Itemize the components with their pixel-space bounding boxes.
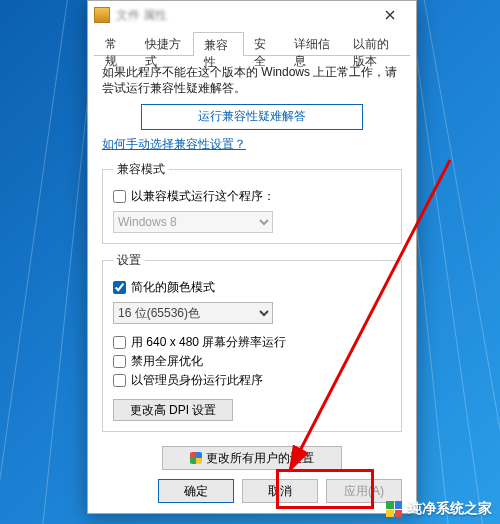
watermark-text: 纯净系统之家 bbox=[408, 500, 492, 518]
settings-group: 设置 简化的颜色模式 16 位(65536)色 用 640 x 480 屏幕分辨… bbox=[102, 252, 402, 432]
tab-security[interactable]: 安全 bbox=[243, 31, 284, 55]
res-640-checkbox-input[interactable] bbox=[113, 336, 126, 349]
ok-button[interactable]: 确定 bbox=[158, 479, 234, 503]
res-640-label: 用 640 x 480 屏幕分辨率运行 bbox=[131, 334, 286, 351]
settings-legend: 设置 bbox=[113, 252, 145, 269]
file-icon bbox=[94, 7, 110, 23]
disable-fullscreen-label: 禁用全屏优化 bbox=[131, 353, 203, 370]
change-dpi-button[interactable]: 更改高 DPI 设置 bbox=[113, 399, 233, 421]
reduced-color-label: 简化的颜色模式 bbox=[131, 279, 215, 296]
uac-shield-icon bbox=[190, 452, 202, 464]
compat-mode-select[interactable]: Windows 8 bbox=[113, 211, 273, 233]
dialog-button-row: 确定 取消 应用(A) bbox=[88, 479, 416, 503]
close-icon bbox=[385, 10, 395, 20]
compat-help-link[interactable]: 如何手动选择兼容性设置？ bbox=[102, 137, 246, 151]
disable-fullscreen-checkbox-input[interactable] bbox=[113, 355, 126, 368]
compat-mode-legend: 兼容模式 bbox=[113, 161, 169, 178]
tab-body: 如果此程序不能在这个版本的 Windows 上正常工作，请尝试运行兼容性疑难解答… bbox=[88, 56, 416, 470]
tab-previous[interactable]: 以前的版本 bbox=[342, 31, 412, 55]
tab-details[interactable]: 详细信息 bbox=[283, 31, 343, 55]
change-all-users-label: 更改所有用户的设置 bbox=[206, 451, 314, 465]
titlebar: 文件 属性 bbox=[88, 1, 416, 29]
watermark: 纯净系统之家 bbox=[386, 500, 492, 518]
run-admin-checkbox[interactable]: 以管理员身份运行此程序 bbox=[113, 372, 391, 389]
tab-general[interactable]: 常规 bbox=[94, 31, 135, 55]
run-troubleshooter-button[interactable]: 运行兼容性疑难解答 bbox=[141, 104, 363, 130]
watermark-logo-icon bbox=[386, 501, 402, 517]
reduced-color-checkbox-input[interactable] bbox=[113, 281, 126, 294]
change-all-users-button[interactable]: 更改所有用户的设置 bbox=[162, 446, 342, 470]
res-640-checkbox[interactable]: 用 640 x 480 屏幕分辨率运行 bbox=[113, 334, 391, 351]
window-title: 文件 属性 bbox=[116, 7, 167, 24]
compat-mode-checkbox[interactable]: 以兼容模式运行这个程序： bbox=[113, 188, 391, 205]
run-admin-checkbox-input[interactable] bbox=[113, 374, 126, 387]
compat-mode-checkbox-input[interactable] bbox=[113, 190, 126, 203]
color-mode-select[interactable]: 16 位(65536)色 bbox=[113, 302, 273, 324]
reduced-color-checkbox[interactable]: 简化的颜色模式 bbox=[113, 279, 391, 296]
tab-shortcut[interactable]: 快捷方式 bbox=[134, 31, 194, 55]
cancel-button[interactable]: 取消 bbox=[242, 479, 318, 503]
tab-compat[interactable]: 兼容性 bbox=[193, 32, 244, 56]
close-button[interactable] bbox=[370, 1, 410, 29]
properties-dialog: 文件 属性 常规 快捷方式 兼容性 安全 详细信息 以前的版本 如果此程序不能在… bbox=[87, 0, 417, 514]
tabstrip: 常规 快捷方式 兼容性 安全 详细信息 以前的版本 bbox=[94, 31, 410, 56]
run-admin-label: 以管理员身份运行此程序 bbox=[131, 372, 263, 389]
disable-fullscreen-checkbox[interactable]: 禁用全屏优化 bbox=[113, 353, 391, 370]
compat-mode-checkbox-label: 以兼容模式运行这个程序： bbox=[131, 188, 275, 205]
desktop-wallpaper: 文件 属性 常规 快捷方式 兼容性 安全 详细信息 以前的版本 如果此程序不能在… bbox=[0, 0, 500, 524]
compat-mode-group: 兼容模式 以兼容模式运行这个程序： Windows 8 bbox=[102, 161, 402, 244]
